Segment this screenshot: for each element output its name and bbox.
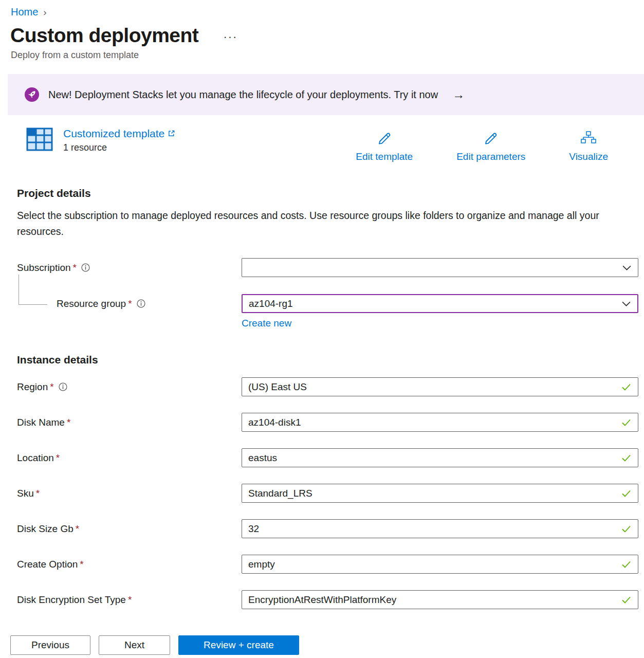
pencil-icon <box>483 131 499 149</box>
instance-details-form: Region * (US) East US Disk Na <box>17 377 638 609</box>
edit-template-button[interactable]: Edit template <box>356 131 413 162</box>
template-card: Customized template 1 resource <box>26 127 608 162</box>
info-icon[interactable] <box>81 263 90 272</box>
project-details-heading: Project details <box>17 187 644 199</box>
sku-row: Sku * Standard_LRS <box>17 484 638 503</box>
checkmark-icon <box>621 525 631 533</box>
rocket-icon <box>25 87 39 102</box>
create-option-row: Create Option * empty <box>17 555 638 574</box>
custom-deployment-page: Home › Custom deployment ··· Deploy from… <box>0 0 644 658</box>
disk-name-input[interactable]: az104-disk1 <box>242 413 638 432</box>
next-button[interactable]: Next <box>99 635 170 655</box>
required-marker: * <box>76 523 79 535</box>
info-icon[interactable] <box>137 299 145 308</box>
page-subtitle: Deploy from a custom template <box>11 50 644 61</box>
template-resource-count: 1 resource <box>63 142 175 153</box>
checkmark-icon <box>621 419 631 426</box>
chevron-down-icon <box>622 301 631 306</box>
subscription-label: Subscription <box>17 262 71 273</box>
location-input[interactable]: eastus <box>242 448 638 467</box>
chevron-down-icon <box>622 265 631 270</box>
disk-encryption-set-type-row: Disk Encryption Set Type * EncryptionAtR… <box>17 590 638 609</box>
disk-name-label: Disk Name <box>17 417 65 428</box>
arrow-right-icon: → <box>452 87 465 102</box>
resource-group-dropdown[interactable]: az104-rg1 <box>242 294 638 313</box>
breadcrumb: Home › <box>0 0 644 18</box>
review-create-button[interactable]: Review + create <box>178 635 299 655</box>
sku-label: Sku <box>17 488 34 499</box>
location-row: Location * eastus <box>17 448 638 467</box>
checkmark-icon <box>621 596 631 604</box>
required-marker: * <box>80 559 83 570</box>
subscription-dropdown[interactable] <box>242 258 638 277</box>
sku-input[interactable]: Standard_LRS <box>242 484 638 503</box>
breadcrumb-separator: › <box>43 7 46 18</box>
visualize-button[interactable]: Visualize <box>569 131 608 162</box>
checkmark-icon <box>621 383 631 391</box>
resource-group-connector <box>19 275 47 305</box>
required-marker: * <box>128 298 132 309</box>
customized-template-link[interactable]: Customized template <box>63 127 175 140</box>
external-link-icon <box>168 127 175 140</box>
previous-button[interactable]: Previous <box>10 635 90 655</box>
required-marker: * <box>36 488 40 499</box>
disk-encryption-set-type-input[interactable]: EncryptionAtRestWithPlatformKey <box>242 590 638 609</box>
region-label: Region <box>17 381 48 393</box>
resource-group-row: Resource group * az104-rg1 <box>17 294 638 313</box>
edit-parameters-button[interactable]: Edit parameters <box>456 131 525 162</box>
required-marker: * <box>56 452 60 464</box>
hierarchy-icon <box>581 131 596 149</box>
template-icon <box>26 127 53 153</box>
create-option-label: Create Option <box>17 559 78 570</box>
project-details-form: Subscription * Resource grou <box>17 258 638 329</box>
required-marker: * <box>67 417 70 428</box>
required-marker: * <box>73 262 77 273</box>
more-options-button[interactable]: ··· <box>223 27 237 44</box>
disk-encryption-set-type-label: Disk Encryption Set Type <box>17 594 126 606</box>
disk-size-label: Disk Size Gb <box>17 523 73 535</box>
info-icon[interactable] <box>59 382 67 391</box>
pencil-icon <box>377 131 392 149</box>
instance-details-heading: Instance details <box>17 354 644 366</box>
disk-size-row: Disk Size Gb * 32 <box>17 519 638 538</box>
disk-size-input[interactable]: 32 <box>242 519 638 538</box>
wizard-footer: Previous Next Review + create <box>0 619 644 658</box>
region-input[interactable]: (US) East US <box>242 377 638 396</box>
location-label: Location <box>17 452 54 464</box>
resource-group-label: Resource group <box>57 298 126 309</box>
subscription-row: Subscription * <box>17 258 638 277</box>
required-marker: * <box>128 594 132 606</box>
disk-name-row: Disk Name * az104-disk1 <box>17 413 638 432</box>
required-marker: * <box>50 381 53 393</box>
page-title: Custom deployment <box>10 24 198 47</box>
deployment-stacks-banner[interactable]: New! Deployment Stacks let you manage th… <box>8 74 644 115</box>
banner-text: New! Deployment Stacks let you manage th… <box>48 89 438 101</box>
create-new-link[interactable]: Create new <box>242 318 291 329</box>
checkmark-icon <box>621 561 631 568</box>
checkmark-icon <box>621 454 631 462</box>
create-option-input[interactable]: empty <box>242 555 638 574</box>
region-row: Region * (US) East US <box>17 377 638 396</box>
breadcrumb-home-link[interactable]: Home <box>11 6 38 18</box>
checkmark-icon <box>621 490 631 497</box>
project-details-description: Select the subscription to manage deploy… <box>17 208 608 240</box>
